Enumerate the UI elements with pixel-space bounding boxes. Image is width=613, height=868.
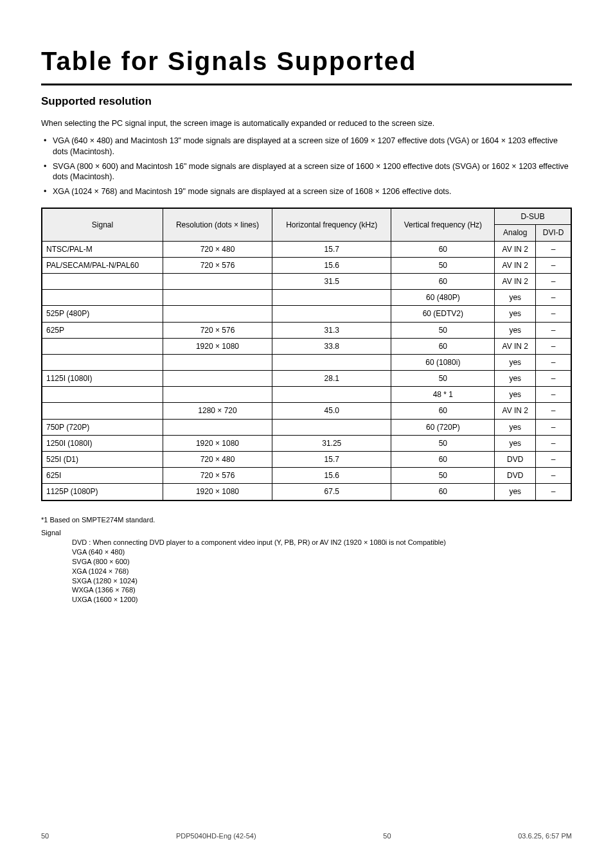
list-item: VGA (640 × 480) and Macintosh 13" mode s… xyxy=(41,136,572,157)
note-signal-head: Signal xyxy=(41,528,572,538)
th-resolution: Resolution (dots × lines) xyxy=(163,208,272,241)
cell-analog: AV IN 2 xyxy=(495,241,536,257)
cell-resolution: 720 × 480 xyxy=(163,452,272,468)
cell-resolution xyxy=(163,419,272,435)
cell-hfreq: 31.25 xyxy=(272,435,391,451)
cell-hfreq: 31.3 xyxy=(272,322,391,338)
cell-vfreq: 60 xyxy=(391,452,495,468)
cell-dvid: – xyxy=(536,387,571,403)
cell-vfreq: 50 xyxy=(391,257,495,273)
th-analog: Analog xyxy=(495,225,536,241)
cell-analog: yes xyxy=(495,419,536,435)
cell-vfreq: 48 * 1 xyxy=(391,387,495,403)
cell-signal: 1125P (1080P) xyxy=(42,484,163,500)
cell-resolution xyxy=(163,306,272,322)
cell-analog: DVD xyxy=(495,468,536,484)
cell-hfreq xyxy=(272,290,391,306)
cell-analog: yes xyxy=(495,484,536,500)
cell-dvid: – xyxy=(536,452,571,468)
page-title: Table for Signals Supported xyxy=(41,44,572,85)
note-line: SXGA (1280 × 1024) xyxy=(41,576,572,586)
cell-hfreq xyxy=(272,387,391,403)
cell-dvid: – xyxy=(536,322,571,338)
cell-resolution: 1920 × 1080 xyxy=(163,484,272,500)
cell-resolution xyxy=(163,354,272,370)
cell-hfreq: 45.0 xyxy=(272,403,391,419)
cell-signal: 625P xyxy=(42,322,163,338)
list-item: SVGA (800 × 600) and Macintosh 16" mode … xyxy=(41,161,572,183)
cell-dvid: – xyxy=(536,371,571,387)
cell-dvid: – xyxy=(536,306,571,322)
note-line: VGA (640 × 480) xyxy=(41,547,572,557)
cell-hfreq: 15.6 xyxy=(272,468,391,484)
cell-signal: 1250I (1080I) xyxy=(42,435,163,451)
cell-vfreq: 60 xyxy=(391,338,495,354)
cell-signal xyxy=(42,354,163,370)
cell-dvid: – xyxy=(536,435,571,451)
cell-signal xyxy=(42,338,163,354)
cell-analog: yes xyxy=(495,387,536,403)
cell-dvid: – xyxy=(536,257,571,273)
cell-hfreq xyxy=(272,306,391,322)
description: When selecting the PC signal input, the … xyxy=(41,118,572,129)
th-hfreq: Horizontal frequency (kHz) xyxy=(272,208,391,241)
resolution-bullets: VGA (640 × 480) and Macintosh 13" mode s… xyxy=(41,136,572,197)
cell-signal: NTSC/PAL-M xyxy=(42,241,163,257)
note-line: DVD : When connecting DVD player to a co… xyxy=(41,538,572,547)
cell-resolution: 720 × 576 xyxy=(163,257,272,273)
cell-analog: yes xyxy=(495,435,536,451)
cell-analog: yes xyxy=(495,371,536,387)
cell-dvid: – xyxy=(536,403,571,419)
cell-analog: AV IN 2 xyxy=(495,257,536,273)
cell-dvid: – xyxy=(536,468,571,484)
note-line: WXGA (1366 × 768) xyxy=(41,585,572,595)
th-dvid: DVI-D xyxy=(536,225,571,241)
cell-resolution xyxy=(163,273,272,289)
cell-resolution: 720 × 480 xyxy=(163,241,272,257)
cell-dvid: – xyxy=(536,290,571,306)
cell-resolution: 1920 × 1080 xyxy=(163,435,272,451)
cell-signal xyxy=(42,403,163,419)
cell-analog: AV IN 2 xyxy=(495,403,536,419)
cell-hfreq: 33.8 xyxy=(272,338,391,354)
cell-vfreq: 60 xyxy=(391,484,495,500)
cell-vfreq: 60 (720P) xyxy=(391,419,495,435)
list-item: XGA (1024 × 768) and Macintosh 19" mode … xyxy=(41,186,572,197)
cell-signal xyxy=(42,387,163,403)
cell-resolution xyxy=(163,387,272,403)
cell-dvid: – xyxy=(536,484,571,500)
th-dsub: D-SUB xyxy=(495,208,571,225)
cell-vfreq: 50 xyxy=(391,371,495,387)
signals-table: Signal Resolution (dots × lines) Horizon… xyxy=(41,208,572,500)
note-line: XGA (1024 × 768) xyxy=(41,567,572,576)
cell-hfreq: 15.6 xyxy=(272,257,391,273)
cell-hfreq: 15.7 xyxy=(272,241,391,257)
cell-analog: yes xyxy=(495,354,536,370)
note-line: SVGA (800 × 600) xyxy=(41,557,572,567)
cell-signal: 525P (480P) xyxy=(42,306,163,322)
cell-dvid: – xyxy=(536,419,571,435)
cell-dvid: – xyxy=(536,338,571,354)
th-signal: Signal xyxy=(42,208,163,241)
cell-vfreq: 60 (1080i) xyxy=(391,354,495,370)
cell-hfreq: 15.7 xyxy=(272,452,391,468)
cell-resolution xyxy=(163,371,272,387)
cell-resolution: 1280 × 720 xyxy=(163,403,272,419)
note-smpte: *1 Based on SMPTE274M standard. xyxy=(41,515,572,525)
cell-analog: AV IN 2 xyxy=(495,273,536,289)
cell-dvid: – xyxy=(536,241,571,257)
cell-hfreq: 31.5 xyxy=(272,273,391,289)
cell-signal: 750P (720P) xyxy=(42,419,163,435)
cell-vfreq: 60 (EDTV2) xyxy=(391,306,495,322)
table-notes: *1 Based on SMPTE274M standard. Signal D… xyxy=(41,515,572,605)
th-vfreq: Vertical frequency (Hz) xyxy=(391,208,495,241)
cell-analog: DVD xyxy=(495,452,536,468)
cell-analog: AV IN 2 xyxy=(495,338,536,354)
cell-dvid: – xyxy=(536,354,571,370)
cell-signal xyxy=(42,290,163,306)
cell-hfreq: 67.5 xyxy=(272,484,391,500)
section-subtitle: Supported resolution xyxy=(41,94,572,109)
cell-signal: 625I xyxy=(42,468,163,484)
cell-vfreq: 60 xyxy=(391,403,495,419)
cell-resolution: 1920 × 1080 xyxy=(163,338,272,354)
